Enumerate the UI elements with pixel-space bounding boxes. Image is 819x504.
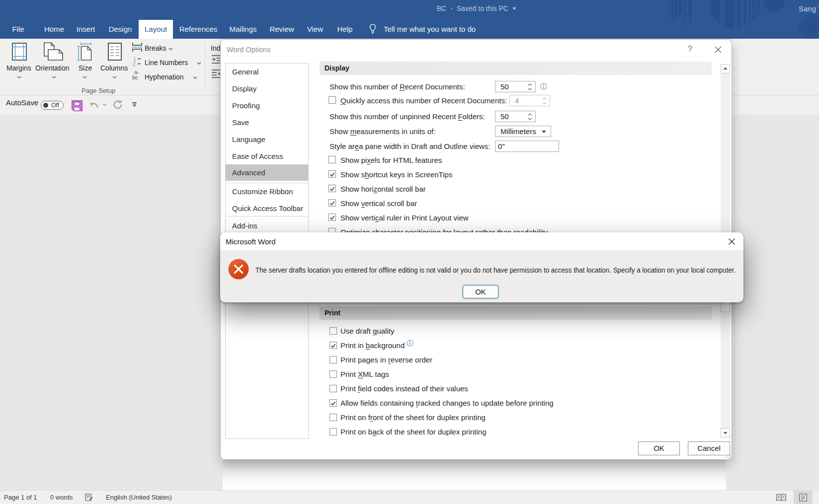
- svg-text:bc: bc: [132, 74, 138, 80]
- svg-text:2: 2: [133, 62, 136, 67]
